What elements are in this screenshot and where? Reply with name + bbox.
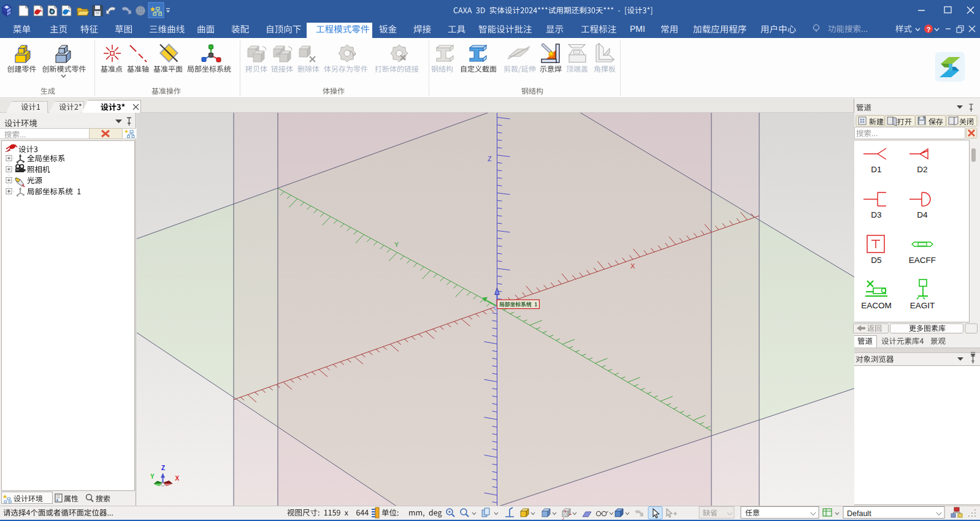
svg-text:EAGIT: EAGIT — [910, 301, 935, 310]
svg-text:D2: D2 — [917, 165, 927, 174]
svg-text:D4: D4 — [917, 210, 928, 219]
svg-text:D3: D3 — [871, 210, 881, 219]
svg-text:D5: D5 — [871, 256, 881, 265]
svg-text:?: ? — [927, 26, 931, 33]
svg-text:Default: Default — [847, 509, 871, 518]
svg-text:D1: D1 — [871, 165, 881, 174]
svg-text:EACFF: EACFF — [909, 256, 936, 265]
svg-text:EACOM: EACOM — [861, 301, 892, 310]
svg-text:PMI: PMI — [630, 24, 645, 34]
